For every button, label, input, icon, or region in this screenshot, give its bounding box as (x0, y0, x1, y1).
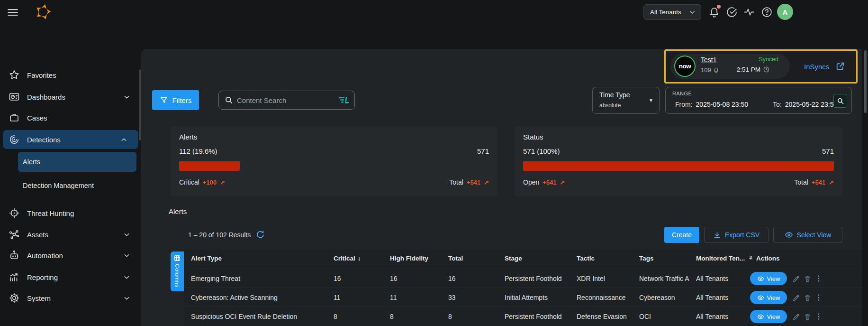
sync-widget: now Test1 109 Synced 2:51 PM InSyncs (664, 49, 858, 84)
cell-alert-type: Emerging Threat (191, 269, 328, 288)
delete-trash-icon[interactable] (804, 275, 812, 283)
eye-icon (785, 231, 793, 239)
sidebar-item-dashboards[interactable]: Dashboards (0, 87, 141, 106)
external-link-icon[interactable] (835, 61, 845, 71)
columns-button[interactable]: Columns (171, 251, 184, 291)
column-header-critical[interactable]: Critical ↓ (334, 254, 361, 262)
cell-critical: 8 (334, 307, 337, 326)
edit-pencil-icon[interactable] (792, 294, 800, 302)
time-type-dropdown[interactable]: Time Type absolute ▼ (592, 87, 660, 114)
alerts-section-title: Alerts (169, 207, 187, 215)
footer-left-label[interactable]: Critical (179, 178, 199, 186)
edit-pencil-icon[interactable] (792, 313, 800, 321)
help-icon[interactable] (761, 6, 773, 19)
trend-up-icon: ↗ (484, 179, 489, 186)
cell-tags: Network Traffic A (639, 269, 693, 288)
tenant-selector[interactable]: All Tenants (643, 4, 701, 20)
sidebar-scrollbar[interactable] (139, 69, 141, 140)
table-row[interactable]: Suspicious OCI Event Rule Deletion 8 8 8… (184, 307, 862, 326)
card-bar-fill (179, 161, 240, 171)
results-count: 1 – 20 of 102 Results (188, 231, 251, 239)
view-button[interactable]: View (750, 310, 787, 323)
column-header-total[interactable]: Total (448, 254, 463, 262)
footer-left-delta: +100 (203, 179, 217, 186)
cell-tactic: Reconnaissance (577, 288, 636, 307)
view-button[interactable]: View (750, 291, 787, 304)
sync-tenant-name[interactable]: Test1 (701, 56, 716, 64)
cell-high-fidelity: 16 (390, 269, 398, 288)
sidebar-item-cases[interactable]: Cases (0, 108, 141, 127)
kebab-menu-icon[interactable]: ⋮ (815, 291, 822, 304)
create-button-label: Create (672, 231, 692, 239)
sidebar-item-detection-management[interactable]: Detection Management (18, 176, 136, 196)
export-csv-button[interactable]: Export CSV (704, 227, 769, 243)
footer-right-label[interactable]: Total (794, 178, 808, 186)
footer-left-delta: +541 (542, 179, 556, 186)
sidebar-item-label: Automation (27, 251, 63, 260)
insyncs-link[interactable]: InSyncs (804, 63, 829, 71)
cell-total: 16 (448, 269, 456, 288)
trend-up-icon: ↗ (829, 179, 834, 186)
column-header-stage[interactable]: Stage (505, 254, 522, 262)
kebab-menu-icon[interactable]: ⋮ (815, 310, 822, 323)
status-summary-card: Status 571 (100%) 571 Open +541 ↗ Total … (515, 126, 842, 196)
activity-pulse-icon[interactable] (743, 6, 756, 19)
card-footer: Open +541 ↗ Total +541 ↗ (523, 178, 834, 186)
sidebar-item-alerts[interactable]: Alerts (18, 152, 136, 172)
sidebar-item-favorites[interactable]: Favorites (0, 65, 141, 84)
table-row[interactable]: Emerging Threat 16 16 16 Persistent Foot… (184, 269, 862, 288)
sidebar-item-automation[interactable]: Automation (0, 246, 141, 265)
content-search-input[interactable] (237, 96, 337, 104)
chevron-down-icon (688, 9, 696, 16)
crosshair-icon (9, 207, 20, 219)
sidebar-item-detections[interactable]: Detections (3, 130, 138, 149)
download-icon (713, 231, 721, 239)
dashboard-icon (9, 91, 20, 102)
range-to-value[interactable]: 2025-05-22 23:50 (785, 101, 838, 108)
user-avatar[interactable]: A (777, 4, 793, 20)
range-from-label: From: (675, 101, 693, 108)
hamburger-menu-icon[interactable] (7, 6, 19, 19)
cell-tactic: XDR Intel (577, 269, 636, 288)
column-header-actions[interactable]: Actions (748, 254, 780, 262)
briefcase-icon (9, 112, 20, 123)
page-scrollbar[interactable] (864, 50, 867, 113)
filters-button[interactable]: Filters (152, 90, 199, 110)
select-view-button[interactable]: Select View (773, 227, 842, 243)
range-from-value[interactable]: 2025-05-08 23:50 (696, 101, 749, 108)
footer-right-label[interactable]: Total (449, 178, 463, 186)
notification-dot (717, 5, 721, 9)
table-row[interactable]: Cybereason: Active Scanning 11 11 33 Ini… (184, 288, 862, 307)
create-button[interactable]: Create (664, 227, 699, 243)
delete-trash-icon[interactable] (804, 294, 812, 302)
sidebar-item-system[interactable]: System (0, 289, 141, 307)
detections-icon (9, 134, 20, 145)
cell-total: 8 (448, 307, 452, 326)
sidebar-item-assets[interactable]: Assets (0, 225, 141, 244)
view-button[interactable]: View (750, 272, 787, 285)
sidebar-item-reporting[interactable]: Reporting (0, 268, 141, 287)
range-search-button[interactable] (833, 94, 847, 108)
column-header-alert-type[interactable]: Alert Type (191, 254, 222, 262)
delete-trash-icon[interactable] (804, 313, 812, 321)
footer-left-label[interactable]: Open (523, 178, 539, 186)
view-button-label: View (767, 313, 780, 320)
kebab-menu-icon[interactable]: ⋮ (815, 272, 822, 285)
refresh-icon[interactable] (256, 230, 265, 239)
search-icon (225, 96, 233, 104)
card-right-value: 571 (477, 147, 489, 155)
lucene-query-icon[interactable] (337, 95, 350, 105)
edit-pencil-icon[interactable] (792, 275, 800, 283)
column-header-high-fidelity[interactable]: High Fidelity (390, 254, 428, 262)
cell-monitored-tenants: All Tenants (696, 269, 746, 288)
task-check-icon[interactable] (726, 6, 738, 19)
app-root: All Tenants (0, 0, 868, 326)
column-header-tags[interactable]: Tags (639, 254, 654, 262)
column-header-monitored-tenants[interactable]: Monitored Ten... (696, 254, 745, 262)
card-bar-fill (523, 161, 834, 171)
card-left-value: 112 (19.6%) (179, 147, 217, 155)
avatar-initial: A (783, 8, 788, 16)
column-header-tactic[interactable]: Tactic (577, 254, 595, 262)
brand-logo-icon[interactable] (34, 3, 52, 21)
sidebar-item-threat-hunting[interactable]: Threat Hunting (0, 204, 141, 223)
